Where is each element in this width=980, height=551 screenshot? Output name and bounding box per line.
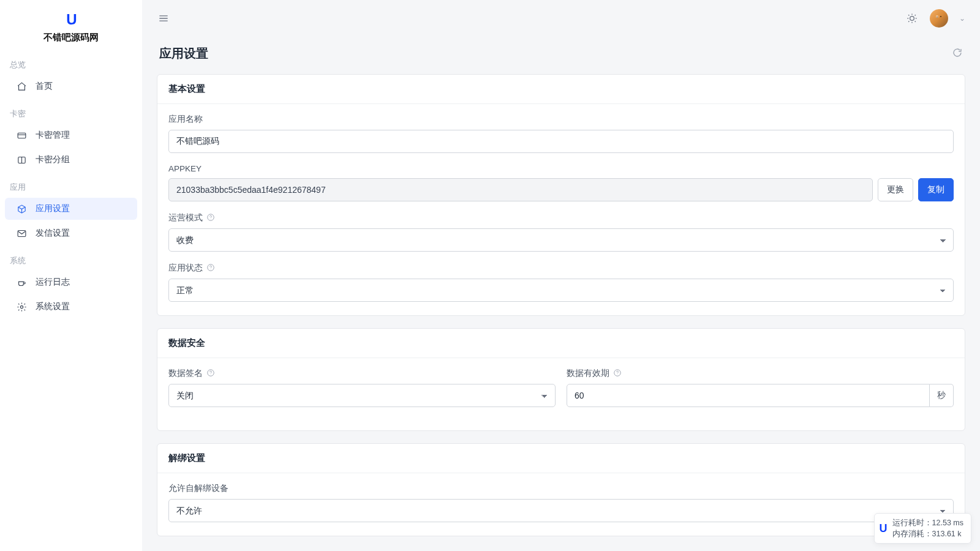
- self-unbind-label: 允许自解绑设备: [168, 483, 228, 494]
- card-unbind-settings: 解绑设置 允许自解绑设备 不允许: [157, 443, 965, 536]
- sidebar-item-runtime-log[interactable]: 运行日志: [5, 271, 137, 293]
- sign-select[interactable]: 关闭: [168, 384, 556, 407]
- status-select[interactable]: 正常: [168, 279, 954, 302]
- mail-icon: [16, 228, 27, 239]
- perf-time-label: 运行耗时：: [892, 519, 932, 527]
- mode-select[interactable]: 收费: [168, 228, 954, 252]
- status-label: 应用状态: [168, 263, 203, 274]
- help-icon[interactable]: [206, 263, 215, 274]
- chevron-down-icon[interactable]: ⌄: [959, 14, 965, 23]
- ttl-unit: 秒: [930, 384, 954, 407]
- svg-point-3: [20, 305, 23, 308]
- sign-label: 数据签名: [168, 368, 203, 379]
- topbar: ⌄: [142, 0, 980, 37]
- sidebar-item-label: 发信设置: [36, 228, 70, 239]
- card-icon: [16, 130, 27, 141]
- perf-mem-label: 内存消耗：: [892, 530, 932, 538]
- sidebar-item-card-manage[interactable]: 卡密管理: [5, 124, 137, 146]
- logo-icon: U: [880, 520, 886, 536]
- perf-time-value: 12.53 ms: [932, 519, 963, 527]
- home-icon: [16, 81, 27, 92]
- logo-icon: U: [66, 11, 75, 28]
- change-appkey-button[interactable]: 更换: [878, 178, 913, 201]
- ttl-input[interactable]: [567, 384, 930, 407]
- brand-name: 不错吧源码网: [0, 32, 142, 43]
- card-basic-settings: 基本设置 应用名称 APPKEY 更换 复制: [157, 74, 965, 316]
- mode-label: 运营模式: [168, 212, 203, 223]
- svg-point-10: [211, 374, 211, 375]
- sidebar-item-mail-settings[interactable]: 发信设置: [5, 222, 137, 244]
- help-icon[interactable]: [613, 369, 622, 379]
- avatar[interactable]: [930, 9, 948, 28]
- theme-toggle-button[interactable]: [905, 12, 919, 25]
- self-unbind-select[interactable]: 不允许: [168, 499, 954, 522]
- sidebar-item-label: 首页: [36, 81, 53, 92]
- refresh-button[interactable]: [952, 47, 963, 60]
- sidebar-item-label: 系统设置: [36, 301, 70, 312]
- menu-toggle-button[interactable]: [157, 12, 170, 25]
- appkey-input[interactable]: [168, 178, 873, 201]
- svg-rect-0: [18, 133, 26, 138]
- sidebar: U 不错吧源码网 总览 首页 卡密 卡密管理 卡密分组 应用 应用设置 发信设置…: [0, 0, 142, 551]
- help-icon[interactable]: [206, 213, 215, 223]
- perf-mem-value: 313.61 k: [932, 530, 962, 538]
- sidebar-item-system-settings[interactable]: 系统设置: [5, 296, 137, 318]
- card-header: 数据安全: [157, 329, 965, 358]
- content: 应用设置 基本设置 应用名称 APPKEY 更换 复: [142, 37, 980, 551]
- ttl-label: 数据有效期: [567, 368, 609, 379]
- page-title: 应用设置: [159, 45, 208, 62]
- sidebar-item-label: 卡密分组: [36, 154, 70, 165]
- card-data-security: 数据安全 数据签名 关闭 数据有效期: [157, 328, 965, 431]
- coffee-icon: [16, 277, 27, 288]
- svg-point-6: [211, 219, 211, 219]
- nav-group-app: 应用: [0, 172, 142, 197]
- main: ⌄ 应用设置 基本设置 应用名称 APPKEY: [142, 0, 980, 551]
- perf-badge: U 运行耗时：12.53 ms 内存消耗：313.61 k: [874, 513, 971, 544]
- sidebar-item-app-settings[interactable]: 应用设置: [5, 198, 137, 220]
- app-name-input[interactable]: [168, 130, 954, 153]
- nav-group-overview: 总览: [0, 50, 142, 74]
- columns-icon: [16, 154, 27, 165]
- svg-point-8: [211, 269, 211, 269]
- sidebar-item-label: 运行日志: [36, 277, 70, 288]
- copy-appkey-button[interactable]: 复制: [918, 178, 954, 201]
- sidebar-item-label: 卡密管理: [36, 130, 70, 141]
- box-icon: [16, 203, 27, 214]
- sidebar-item-home[interactable]: 首页: [5, 75, 137, 97]
- sidebar-item-label: 应用设置: [36, 203, 70, 214]
- appkey-label: APPKEY: [168, 164, 202, 173]
- card-header: 解绑设置: [157, 444, 965, 473]
- help-icon[interactable]: [206, 369, 215, 379]
- card-header: 基本设置: [157, 75, 965, 104]
- svg-point-12: [617, 374, 618, 375]
- nav-group-cards: 卡密: [0, 99, 142, 123]
- nav-group-system: 系统: [0, 246, 142, 270]
- svg-point-4: [910, 17, 914, 21]
- gear-icon: [16, 301, 27, 312]
- app-name-label: 应用名称: [168, 114, 203, 125]
- sidebar-item-card-group[interactable]: 卡密分组: [5, 149, 137, 171]
- logo-area: U 不错吧源码网: [0, 0, 142, 50]
